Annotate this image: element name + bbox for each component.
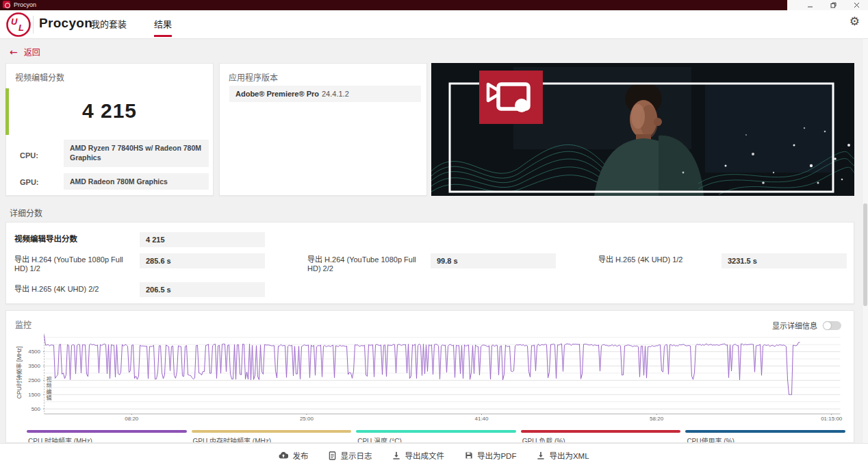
window-title: Procyon — [14, 1, 36, 8]
nav-menu: 我的套装结果 — [91, 10, 172, 39]
detail-row-label: 导出 H.264 (YouTube 1080p Full HD) 2/2 — [307, 255, 431, 273]
footer-button-label: 导出成文件 — [405, 450, 444, 461]
back-arrow-icon: ← — [10, 47, 18, 58]
svg-text:U: U — [11, 16, 18, 27]
legend-color-bar — [27, 430, 187, 433]
cpu-label: CPU: — [20, 151, 38, 160]
gpu-label: GPU: — [20, 178, 39, 186]
details-heading: 详细分数 — [10, 207, 42, 218]
version-card-title: 应用程序版本 — [229, 71, 278, 83]
back-label: 返回 — [24, 46, 40, 58]
export-score-label: 视频编辑导出分数 — [14, 235, 138, 244]
y-axis-tick: 1500 — [23, 392, 40, 398]
chart-legend: CPU 时钟频率 (MHz)GPU 内存时钟频率 (MHz)CPU 温度 (°C… — [27, 430, 845, 443]
detail-row-label: 导出 H.264 (YouTube 1080p Full HD) 1/2 — [14, 255, 138, 273]
legend-label: CPU 温度 (°C) — [356, 436, 516, 443]
chart-y-axis-label: CPU时钟频率 [MHz] — [14, 342, 23, 403]
score-card-title: 视频编辑分数 — [15, 71, 64, 83]
download-icon — [537, 451, 545, 460]
close-icon — [854, 2, 860, 8]
app-name: Adobe® Premiere® Pro — [229, 90, 322, 98]
legend-item-2: CPU 温度 (°C) — [356, 430, 516, 443]
ul-logo: U L — [5, 12, 31, 38]
cpu-value: AMD Ryzen 7 7840HS w/ Radeon 780M Graphi… — [64, 140, 209, 167]
legend-color-bar — [521, 430, 681, 433]
nav-tab-1[interactable]: 结果 — [154, 10, 172, 39]
vertical-scrollbar[interactable] — [862, 39, 868, 443]
legend-label: GPU 负载 (%) — [521, 436, 681, 443]
score-card: 视频编辑分数 4 215 CPU: AMD Ryzen 7 7840HS w/ … — [5, 63, 214, 196]
cloud-upload-icon — [279, 451, 288, 459]
footer-button-0[interactable]: 发布 — [279, 450, 308, 461]
detail-row-label: 导出 H.265 (4K UHD) 1/2 — [598, 255, 722, 264]
procyon-app-window: Procyon U L Procyon 我的套装结果 ⚙ ← 返回 — [0, 0, 868, 467]
detail-row-label: 导出 H.265 (4K UHD) 2/2 — [14, 285, 138, 294]
legend-color-bar — [685, 430, 845, 433]
footer-button-3[interactable]: 导出为PDF — [465, 450, 517, 461]
scrollbar-thumb[interactable] — [863, 203, 867, 306]
y-axis-tick: 3500 — [23, 363, 40, 369]
footer-button-label: 导出为PDF — [477, 450, 517, 461]
save-disk-icon — [465, 451, 473, 459]
minimize-button[interactable] — [798, 0, 821, 10]
legend-item-4: CPU使用率 (%) — [685, 430, 845, 443]
brand-title: Procyon — [39, 16, 92, 31]
svg-text:L: L — [18, 23, 24, 33]
video-editing-badge — [479, 71, 543, 124]
restore-button[interactable] — [821, 0, 845, 10]
footer-button-2[interactable]: 导出成文件 — [392, 450, 444, 461]
x-axis-tick: 41:40 — [461, 416, 502, 422]
legend-item-1: GPU 内存时钟频率 (MHz) — [192, 430, 352, 443]
legend-item-0: CPU 时钟频率 (MHz) — [27, 430, 187, 443]
top-navigation-bar: U L Procyon 我的套装结果 ⚙ — [0, 10, 868, 39]
footer-button-1[interactable]: 显示日志 — [329, 450, 372, 461]
detail-row-value: 99.8 s — [431, 253, 556, 268]
footer-button-4[interactable]: 导出为XML — [537, 450, 589, 461]
y-axis-tick: 4500 — [23, 349, 40, 355]
download-icon — [392, 451, 400, 460]
export-score-value: 4 215 — [140, 232, 265, 247]
x-axis-tick: 25:00 — [286, 416, 327, 422]
benchmark-score: 4 215 — [6, 99, 213, 123]
y-axis-tick: 2500 — [23, 377, 40, 383]
version-row: Adobe® Premiere® Pro 24.4.1.2 — [229, 86, 421, 102]
close-button[interactable] — [845, 0, 868, 10]
footer-button-label: 显示日志 — [340, 450, 372, 461]
gpu-value: AMD Radeon 780M Graphics — [64, 173, 209, 190]
nav-tab-0[interactable]: 我的套装 — [91, 10, 127, 39]
legend-label: CPU使用率 (%) — [685, 436, 845, 443]
footer-toolbar: 发布显示日志导出成文件导出为PDF导出为XML — [0, 443, 868, 467]
x-axis-tick: 01:15:00 — [811, 416, 852, 422]
app-version-card: 应用程序版本 Adobe® Premiere® Pro 24.4.1.2 — [219, 63, 427, 196]
footer-button-label: 导出为XML — [549, 450, 589, 461]
detail-row-value: 3231.5 s — [722, 253, 847, 268]
legend-item-3: GPU 负载 (%) — [521, 430, 681, 443]
monitoring-heading: 监控 — [15, 318, 31, 330]
restore-icon — [830, 2, 837, 8]
show-details-label: 显示详细信息 — [772, 320, 817, 331]
monitoring-card: 监控 显示详细信息 CPU时钟频率 [MHz] 视频编辑 45003500250… — [5, 310, 854, 443]
cpu-frequency-chart — [43, 333, 841, 415]
app-version-number: 24.4.1.2 — [322, 90, 349, 98]
x-axis-tick: 08:20 — [111, 416, 152, 422]
footer-button-label: 发布 — [292, 450, 308, 461]
show-details-toggle[interactable] — [823, 321, 841, 330]
legend-color-bar — [192, 430, 352, 433]
caption-button-zone — [787, 0, 868, 10]
log-document-icon — [329, 451, 336, 460]
settings-gear-icon[interactable]: ⚙ — [850, 14, 860, 28]
minimize-icon — [807, 2, 813, 8]
benchmark-hero-image — [431, 63, 854, 196]
legend-label: CPU 时钟频率 (MHz) — [27, 436, 187, 443]
nav-divider — [33, 16, 34, 34]
x-axis-tick: 58:20 — [636, 416, 677, 422]
window-titlebar: Procyon — [0, 0, 868, 10]
detail-row-value: 285.6 s — [140, 253, 265, 268]
legend-color-bar — [356, 430, 516, 433]
y-axis-tick: 500 — [23, 406, 40, 412]
detail-row-value: 206.5 s — [140, 282, 265, 297]
detailed-scores-card: 视频编辑导出分数 4 215 导出 H.264 (YouTube 1080p F… — [5, 222, 854, 304]
legend-label: GPU 内存时钟频率 (MHz) — [192, 436, 352, 443]
back-button[interactable]: ← 返回 — [10, 46, 40, 58]
procyon-app-icon — [3, 1, 10, 8]
